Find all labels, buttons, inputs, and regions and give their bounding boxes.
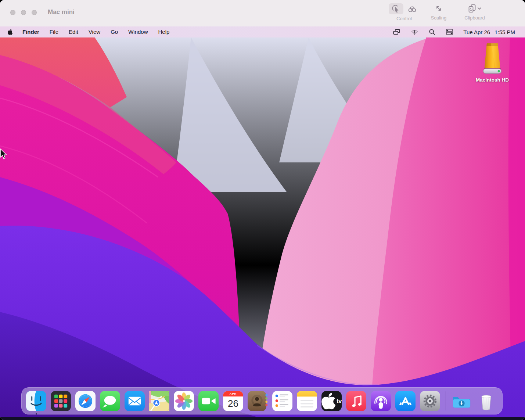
finder-icon [26,391,46,411]
menu-finder[interactable]: Finder [17,26,44,37]
apple-logo-icon [7,29,13,35]
desktop-wallpaper [0,37,525,417]
contacts-icon [248,391,268,411]
menu-help[interactable]: Help [153,26,175,37]
dock-item-safari[interactable] [75,391,96,411]
calendar-icon: APR 26 [223,391,243,411]
minimize-button[interactable] [21,10,26,15]
dock-item-messages[interactable] [100,391,120,411]
menu-view[interactable]: View [83,26,105,37]
dock: APR 26 [21,387,503,414]
scaling-button[interactable] [431,3,446,14]
dock-item-finder[interactable] [26,391,46,411]
scaling-label: Scaling [431,15,447,21]
music-icon [346,391,366,411]
control-cursor-icon [391,4,401,14]
notes-icon [297,391,317,411]
menu-bar-clock[interactable]: Tue Apr 26 1:55 PM [463,29,515,35]
menu-window[interactable]: Window [123,26,153,37]
dock-item-launchpad[interactable] [51,391,71,411]
mouse-cursor [0,148,8,160]
desktop-icon-macintosh-hd[interactable]: Macintosh HD [472,43,513,83]
safari-icon [75,391,96,411]
dock-item-mail[interactable] [125,391,145,411]
running-indicator [36,413,37,414]
tv-icon: tv [321,391,342,411]
window-titlebar: Mac mini [0,0,525,27]
desktop-icon-label: Macintosh HD [476,77,509,83]
close-button[interactable] [10,10,15,15]
screen-bottom-strip [0,417,525,420]
dock-item-system-preferences[interactable] [420,391,440,411]
screen-sharing-toolbar: Control Scaling [386,3,494,21]
mail-icon [125,391,145,411]
screen-mirroring-icon[interactable] [392,28,401,36]
calendar-month: APR [223,391,243,396]
podcasts-icon [371,391,391,411]
chevron-down-icon [477,6,482,11]
drive-led [498,70,500,72]
dock-item-facetime[interactable] [198,391,219,411]
apple-logo-icon [321,391,336,411]
messages-icon [100,391,120,411]
traffic-lights [10,10,37,15]
binoculars-icon [407,4,417,14]
control-mode-button[interactable] [389,3,403,14]
menu-go[interactable]: Go [105,26,123,37]
control-center-icon[interactable] [445,28,454,36]
launchpad-icon [51,391,71,411]
control-label: Control [396,16,412,21]
maps-icon [149,391,169,411]
downloads-folder-icon [452,391,472,411]
hard-drive-icon [479,43,505,76]
menu-bar: Finder File Edit View Go Window Help [0,26,525,37]
trash-icon [476,391,496,411]
dock-item-trash[interactable] [476,391,496,411]
observe-mode-button[interactable] [405,3,420,14]
control-tool-group: Control [386,3,422,21]
app-store-icon [395,391,416,411]
spotlight-search-icon[interactable] [428,28,436,36]
clipboard-label: Clipboard [464,15,485,21]
tv-label: tv [337,398,342,404]
menu-file[interactable]: File [44,26,64,37]
clock-date: Tue Apr 26 [463,29,490,35]
calendar-day: 26 [223,396,243,411]
apple-menu[interactable] [7,26,17,37]
dock-item-calendar[interactable]: APR 26 [223,391,243,411]
photos-icon [174,391,194,411]
dock-item-reminders[interactable] [272,391,292,411]
dock-item-maps[interactable] [149,391,169,411]
dock-item-notes[interactable] [297,391,317,411]
clock-time: 1:55 PM [495,29,515,35]
dock-separator [446,391,446,410]
menu-bar-status: Tue Apr 26 1:55 PM [392,26,525,37]
scaling-diagonal-arrows-icon [434,4,443,13]
dock-item-downloads[interactable] [452,391,472,411]
screen-sharing-window: Mac mini [0,0,525,420]
zoom-button[interactable] [32,10,37,15]
scaling-tool-group: Scaling [422,3,456,21]
reminders-icon [272,391,292,411]
dock-item-contacts[interactable] [248,391,268,411]
menu-bar-menus: Finder File Edit View Go Window Help [0,26,175,37]
dock-item-app-store[interactable] [395,391,416,411]
dock-item-tv[interactable]: tv [321,391,342,411]
dock-item-music[interactable] [346,391,366,411]
system-preferences-icon [420,391,440,411]
clipboard-tool-group: Clipboard [456,3,494,21]
menu-edit[interactable]: Edit [64,26,83,37]
dock-item-podcasts[interactable] [371,391,391,411]
wifi-warning-icon[interactable] [410,28,419,36]
clipboard-button[interactable] [463,3,486,14]
facetime-icon [198,391,219,411]
dock-item-photos[interactable] [174,391,194,411]
window-title: Mac mini [48,8,75,16]
clipboard-icon [467,4,477,13]
